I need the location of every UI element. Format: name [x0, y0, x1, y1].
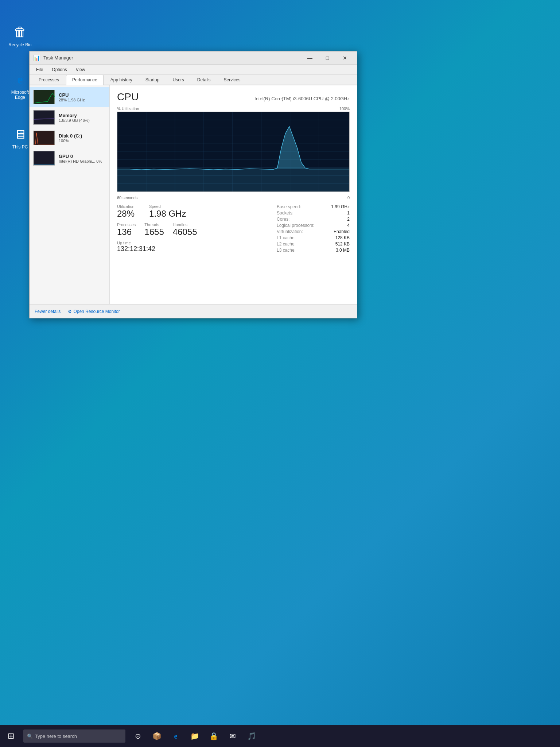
- disk-sidebar-value: 100%: [59, 139, 106, 143]
- start-button[interactable]: ⊞: [0, 725, 22, 747]
- taskbar-icon-0[interactable]: ⊙: [129, 727, 147, 745]
- graph-labels: 60 seconds 0: [117, 196, 350, 200]
- graph-time-label: 60 seconds: [117, 196, 137, 200]
- cpu-graph: [117, 112, 350, 192]
- resource-monitor-link[interactable]: ⚙ Open Resource Monitor: [68, 309, 120, 314]
- taskbar-icon-6[interactable]: 🎵: [243, 727, 260, 745]
- utilization-stat-label: Utilization: [117, 204, 135, 209]
- disk-mini-chart: [33, 131, 55, 145]
- tab-performance[interactable]: Performance: [66, 75, 104, 85]
- taskbar-icon-4[interactable]: 🔒: [205, 727, 222, 745]
- l3-key: L3 cache:: [277, 248, 296, 253]
- memory-sidebar-name: Memory: [59, 113, 106, 118]
- logical-val: 4: [347, 223, 350, 228]
- stats-area: Utilization 28% Speed 1.98 GHz Proce: [117, 204, 350, 254]
- tab-app-history[interactable]: App history: [104, 75, 139, 85]
- tab-services[interactable]: Services: [218, 75, 247, 85]
- sidebar-item-disk[interactable]: Disk 0 (C:) 100%: [30, 128, 109, 148]
- search-icon: 🔍: [27, 734, 33, 739]
- title-bar-text: Task Manager: [43, 55, 302, 61]
- logical-key: Logical processors:: [277, 223, 314, 228]
- sockets-key: Sockets:: [277, 210, 293, 216]
- gpu-mini-chart: [33, 151, 55, 166]
- svg-rect-2: [34, 131, 55, 145]
- graph-min-label: 0: [347, 196, 350, 200]
- main-content: CPU 28% 1.98 GHz Memory 1.8/3.9 GB (: [30, 85, 357, 304]
- tabs-bar: Processes Performance App history Startu…: [30, 75, 357, 85]
- tab-details[interactable]: Details: [191, 75, 217, 85]
- fewer-details-link[interactable]: Fewer details: [35, 309, 61, 314]
- threads-stat-value: 1655: [144, 227, 164, 237]
- recycle-bin-icon[interactable]: 🗑 Recycle Bin: [5, 22, 35, 49]
- menu-file[interactable]: File: [32, 66, 47, 74]
- handles-stat-value: 46055: [173, 227, 197, 237]
- threads-stat-label: Threads: [144, 222, 164, 227]
- uptime-stat-label: Up time: [117, 241, 269, 245]
- virtualization-row: Virtualization: Enabled: [277, 229, 350, 234]
- uptime-stat-value: 132:12:31:42: [117, 245, 269, 253]
- menu-bar: File Options View: [30, 65, 357, 75]
- speed-stat: Speed 1.98 GHz: [149, 204, 186, 219]
- sidebar-item-cpu[interactable]: CPU 28% 1.98 GHz: [30, 87, 109, 107]
- l2-row: L2 cache: 512 KB: [277, 241, 350, 247]
- sidebar-item-memory[interactable]: Memory 1.8/3.9 GB (46%): [30, 107, 109, 128]
- processes-stat-label: Processes: [117, 222, 136, 227]
- l1-val: 128 KB: [335, 235, 350, 240]
- memory-sidebar-value: 1.8/3.9 GB (46%): [59, 118, 106, 123]
- handles-stat-label: Handles: [173, 222, 197, 227]
- taskbar: ⊞ 🔍 Type here to search ⊙ 📦 e 📁 🔒 ✉ 🎵: [0, 725, 560, 747]
- sockets-val: 1: [347, 210, 350, 216]
- threads-stat: Threads 1655: [144, 222, 164, 237]
- search-placeholder: Type here to search: [35, 734, 77, 739]
- bottom-bar: Fewer details ⚙ Open Resource Monitor: [30, 304, 357, 318]
- tab-processes[interactable]: Processes: [32, 75, 65, 85]
- cores-key: Cores:: [277, 217, 289, 222]
- menu-view[interactable]: View: [72, 66, 89, 74]
- resource-monitor-icon: ⚙: [68, 309, 72, 314]
- tab-users[interactable]: Users: [166, 75, 190, 85]
- l3-row: L3 cache: 3.0 MB: [277, 248, 350, 253]
- taskbar-search[interactable]: 🔍 Type here to search: [23, 729, 125, 743]
- window-controls: — □ ✕: [302, 53, 353, 63]
- maximize-button[interactable]: □: [319, 53, 336, 63]
- utilization-stat-value: 28%: [117, 209, 135, 219]
- taskbar-icon-3[interactable]: 📁: [186, 727, 203, 745]
- close-button[interactable]: ✕: [337, 53, 353, 63]
- taskbar-icon-2[interactable]: e: [167, 727, 184, 745]
- taskbar-icon-5[interactable]: ✉: [224, 727, 241, 745]
- base-speed-val: 1.99 GHz: [331, 204, 350, 209]
- l3-val: 3.0 MB: [336, 248, 350, 253]
- task-manager-window: 📊 Task Manager — □ ✕ File Options View P…: [29, 51, 357, 318]
- memory-mini-chart: [33, 110, 55, 125]
- l2-val: 512 KB: [335, 241, 350, 247]
- disk-sidebar-name: Disk 0 (C:): [59, 133, 106, 139]
- menu-options[interactable]: Options: [48, 66, 70, 74]
- handles-stat: Handles 46055: [173, 222, 197, 237]
- cores-val: 2: [347, 217, 350, 222]
- l1-key: L1 cache:: [277, 235, 296, 240]
- l2-key: L2 cache:: [277, 241, 296, 247]
- sockets-row: Sockets: 1: [277, 210, 350, 216]
- base-speed-key: Base speed:: [277, 204, 301, 209]
- title-bar-icon: 📊: [33, 54, 40, 61]
- tab-startup[interactable]: Startup: [139, 75, 166, 85]
- base-speed-row: Base speed: 1.99 GHz: [277, 204, 350, 209]
- sidebar-item-gpu[interactable]: GPU 0 Intel(R) HD Graphi... 0%: [30, 148, 109, 169]
- gpu-sidebar-value: Intel(R) HD Graphi... 0%: [59, 159, 106, 163]
- virtualization-key: Virtualization:: [277, 229, 303, 234]
- panel-subtitle: Intel(R) Core(TM) i3-6006U CPU @ 2.00GHz: [254, 96, 350, 101]
- performance-panel: CPU Intel(R) Core(TM) i3-6006U CPU @ 2.0…: [110, 85, 357, 304]
- svg-rect-1: [34, 111, 55, 124]
- logical-row: Logical processors: 4: [277, 223, 350, 228]
- desktop: 🗑 Recycle Bin e Microsoft Edge 🖥 This PC…: [0, 0, 560, 747]
- minimize-button[interactable]: —: [302, 53, 318, 63]
- cpu-sidebar-name: CPU: [59, 92, 106, 98]
- recycle-bin-label: Recycle Bin: [8, 42, 31, 47]
- this-pc-label: This PC: [12, 144, 28, 150]
- svg-rect-3: [34, 151, 55, 165]
- uptime-stat: Up time 132:12:31:42: [117, 241, 269, 253]
- speed-stat-label: Speed: [149, 204, 186, 209]
- cores-row: Cores: 2: [277, 217, 350, 222]
- taskbar-icon-1[interactable]: 📦: [148, 727, 166, 745]
- gpu-sidebar-name: GPU 0: [59, 154, 106, 159]
